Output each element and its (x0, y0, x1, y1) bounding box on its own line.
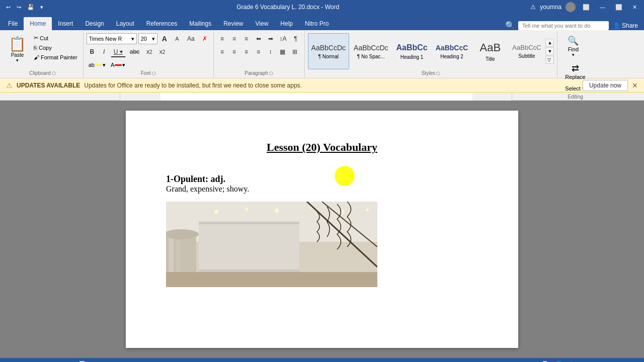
vocab-definition-1: Grand, expensive; showy. (166, 185, 478, 194)
tab-help[interactable]: Help (274, 17, 299, 30)
undo-button[interactable]: ↩ (4, 3, 13, 12)
font-controls: B I U ▾ abc x2 x2 (87, 46, 168, 57)
cut-button[interactable]: ✂ Cut (31, 33, 80, 43)
styles-scroll-up[interactable]: ▲ (545, 39, 554, 47)
font-content: Times New R ▾ 20 ▾ A A Aa ✗ B I U ▾ abc … (87, 33, 210, 70)
svg-point-13 (366, 208, 369, 211)
line-spacing-button[interactable]: ↕ (265, 46, 276, 57)
highlight-color-button[interactable]: ab ▾ (87, 59, 108, 70)
tab-insert[interactable]: Insert (52, 17, 79, 30)
tab-home[interactable]: Home (24, 17, 52, 30)
style-no-spacing[interactable]: AaBbCcDc ¶ No Spac... (350, 33, 391, 69)
copy-button[interactable]: ⎘ Copy (31, 43, 80, 52)
style-heading1[interactable]: AaBbCc Heading 1 (393, 33, 431, 69)
bullets-button[interactable]: ≡ (217, 33, 228, 44)
svg-rect-17 (199, 222, 299, 272)
sort-button[interactable]: ↕A (277, 33, 289, 44)
font-clear-button[interactable]: ✗ (199, 33, 210, 44)
quick-access-toolbar: ↩ ↪ 💾 ▾ (4, 3, 45, 12)
style-normal-label: ¶ Normal (318, 54, 339, 59)
window-title: Grade 6 Vocabulary L. 20.docx - Word (45, 4, 530, 11)
vocab-entry-1: 1-Opulent: adj. Grand, expensive; showy. (166, 174, 478, 194)
ribbon-tabs: File Home Insert Design Layout Reference… (0, 14, 644, 30)
tab-references[interactable]: References (140, 17, 183, 30)
font-expand-icon[interactable]: ⬡ (152, 71, 156, 76)
tab-view[interactable]: View (250, 17, 275, 30)
increase-indent-button[interactable]: ➡ (265, 33, 276, 44)
svg-rect-1 (160, 93, 472, 101)
paragraph-expand-icon[interactable]: ⬡ (269, 71, 273, 76)
styles-expand[interactable]: ▽ (545, 56, 554, 64)
find-button[interactable]: 🔍 Find ▾ (560, 33, 586, 59)
update-close-icon[interactable]: ✕ (632, 81, 638, 89)
redo-button[interactable]: ↪ (15, 3, 23, 12)
title-bar: ↩ ↪ 💾 ▾ Grade 6 Vocabulary L. 20.docx - … (0, 0, 644, 14)
copy-icon: ⎘ (34, 45, 37, 51)
ribbon-display-options[interactable]: ⬜ (580, 3, 593, 12)
font-name-select[interactable]: Times New R ▾ (87, 33, 137, 44)
clipboard-expand-icon[interactable]: ⬡ (52, 71, 56, 76)
justify-button[interactable]: ≡ (253, 46, 264, 57)
align-right-button[interactable]: ≡ (241, 46, 252, 57)
borders-button[interactable]: ⊞ (289, 46, 300, 57)
ruler-ticks (120, 93, 512, 101)
style-title-preview: AaB (480, 41, 501, 54)
tab-nitro-pro[interactable]: Nitro Pro (299, 17, 335, 30)
shading-button[interactable]: ▦ (277, 46, 288, 57)
decrease-indent-button[interactable]: ⬅ (253, 33, 264, 44)
user-name: youmna (540, 4, 561, 11)
restore-button[interactable]: ⬜ (612, 3, 625, 12)
styles-scroll: ▲ ▼ ▽ (545, 39, 554, 64)
update-bar: ⚠ UPDATES AVAILABLE Updates for Office a… (0, 78, 644, 93)
customize-qa-button[interactable]: ▾ (38, 3, 45, 12)
styles-scroll-down[interactable]: ▼ (545, 47, 554, 55)
superscript-button[interactable]: x2 (156, 46, 169, 57)
font-grow-button[interactable]: A (159, 33, 170, 44)
styles-expand-icon[interactable]: ⬡ (436, 71, 440, 76)
style-no-spacing-preview: AaBbCcDc (354, 44, 388, 52)
multilevel-button[interactable]: ≡ (241, 33, 252, 44)
bold-button[interactable]: B (87, 46, 98, 57)
style-subtitle[interactable]: AaBbCcC Subtitle (509, 33, 544, 69)
font-size-select[interactable]: 20 ▾ (138, 33, 157, 44)
status-bar: Page 1 of 11 118 words 📝 English (United… (0, 358, 644, 362)
tab-layout[interactable]: Layout (110, 17, 140, 30)
svg-rect-16 (166, 272, 377, 287)
minimize-button[interactable]: — (597, 3, 608, 11)
style-normal[interactable]: AaBbCcDc ¶ Normal (308, 33, 349, 69)
align-left-button[interactable]: ≡ (217, 46, 228, 57)
replace-button[interactable]: ⇄ Replace (560, 61, 590, 82)
tell-me-input[interactable] (518, 21, 609, 30)
style-heading2[interactable]: AaBbCcC Heading 2 (432, 33, 472, 69)
save-button[interactable]: 💾 (25, 3, 36, 12)
highlight-color-bar (95, 64, 102, 66)
italic-button[interactable]: I (99, 46, 110, 57)
close-button[interactable]: ✕ (629, 3, 640, 12)
show-hide-button[interactable]: ¶ (290, 33, 301, 44)
style-title[interactable]: AaB Title (472, 33, 508, 69)
font-case-button[interactable]: Aa (184, 33, 198, 44)
document-page[interactable]: Lesson (20) Vocabulary 1-Opulent: adj. G… (126, 111, 518, 348)
strikethrough-button[interactable]: abc (127, 46, 142, 57)
replace-icon: ⇄ (572, 63, 579, 74)
clipboard-label: Clipboard ⬡ (5, 70, 80, 77)
numbering-button[interactable]: ≡ (229, 33, 240, 44)
style-no-spacing-label: ¶ No Spac... (357, 54, 385, 59)
tab-file[interactable]: File (2, 17, 24, 30)
paste-button[interactable]: 📋 Paste ▾ (5, 33, 30, 65)
update-now-button[interactable]: Update now (583, 80, 628, 91)
subscript-button[interactable]: x2 (143, 46, 155, 57)
format-painter-button[interactable]: 🖌 Format Painter (31, 53, 80, 62)
font-shrink-button[interactable]: A (172, 33, 183, 44)
underline-button[interactable]: U ▾ (111, 46, 126, 57)
editing-label: Editing (560, 94, 590, 101)
font-color-button[interactable]: A ▾ (109, 59, 127, 70)
tab-design[interactable]: Design (79, 17, 110, 30)
align-center-button[interactable]: ≡ (229, 46, 240, 57)
tab-mailings[interactable]: Mailings (183, 17, 217, 30)
tab-review[interactable]: Review (217, 17, 249, 30)
paragraph-content: ≡ ≡ ≡ ⬅ ➡ ↕A ¶ ≡ ≡ ≡ ≡ ↕ ▦ ⊞ (217, 33, 301, 70)
font-name-chevron: ▾ (131, 36, 134, 42)
ruler (0, 93, 644, 101)
clipboard-small-buttons: ✂ Cut ⎘ Copy 🖌 Format Painter (31, 33, 80, 65)
